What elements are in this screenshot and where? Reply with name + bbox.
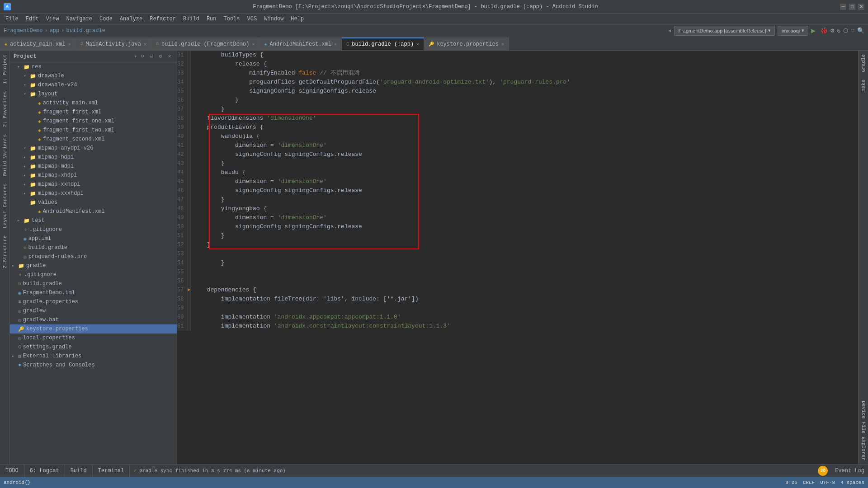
menu-tools[interactable]: Tools [220, 15, 244, 23]
menu-file[interactable]: File [2, 15, 22, 23]
run-config-button[interactable]: FragmentDemo:app [assembleRelease] ▾ [674, 26, 774, 36]
sidebar-item-fragment-second[interactable]: ◈ fragment_second.xml [10, 135, 177, 144]
sidebar-item-proguard[interactable]: ◎ proguard-rules.pro [10, 252, 177, 261]
sidebar-item-settings-gradle[interactable]: G settings.gradle [10, 343, 177, 352]
line-content[interactable]: implementation 'androidx.appcompat:appco… [191, 313, 858, 322]
line-content[interactable]: signingConfig signingConfigs.release [191, 150, 858, 159]
line-content[interactable]: signingConfig signingConfigs.release [191, 186, 858, 195]
todo-tab[interactable]: TODO [0, 465, 24, 477]
search-everywhere-icon[interactable]: 🔍 [857, 27, 864, 34]
line-content[interactable]: } [191, 231, 858, 240]
line-content[interactable]: yingyongbao { [191, 204, 858, 213]
tab-close-icon[interactable]: ✕ [252, 42, 255, 47]
breadcrumb-project[interactable]: FragmentDemo [4, 28, 42, 34]
sidebar-item-gradlew-bat[interactable]: ◎ gradlew.bat [10, 315, 177, 324]
line-content[interactable]: } [191, 240, 858, 249]
line-content[interactable]: wandoujia { [191, 132, 858, 141]
menu-code[interactable]: Code [96, 15, 116, 23]
tab-close-icon[interactable]: ✕ [144, 42, 146, 47]
sidebar-item-gitignore-app[interactable]: ⚬ .gitignore [10, 225, 177, 234]
debug-icon[interactable]: 🐞 [820, 27, 828, 34]
breadcrumb-app[interactable]: app [50, 28, 60, 34]
device-file-explorer-tab[interactable]: Device File Explorer [859, 397, 868, 464]
tab-build-gradle-project[interactable]: G build.gradle (FragmentDemo) ✕ [151, 38, 259, 50]
line-content[interactable] [191, 249, 858, 258]
sidebar-item-app-iml[interactable]: ◉ app.iml [10, 234, 177, 243]
sidebar-item-res[interactable]: ▾ 📁 res [10, 62, 177, 71]
sidebar-item-test[interactable]: ▸ 📁 test [10, 216, 177, 225]
tab-activity-main[interactable]: ◈ activity_main.xml ✕ [0, 38, 75, 50]
sync-icon[interactable]: ↻ [837, 27, 840, 34]
menu-analyze[interactable]: Analyze [116, 15, 146, 23]
user-button[interactable]: imxiaoqi ▾ [778, 26, 808, 36]
line-content[interactable]: } [191, 96, 858, 105]
line-content[interactable]: productFlavors { [191, 123, 858, 132]
menu-vcs[interactable]: VCS [244, 15, 261, 23]
tab-close-icon[interactable]: ✕ [501, 42, 504, 47]
tab-mainactivity[interactable]: J MainActivity.java ✕ [75, 38, 151, 50]
terminal-tab[interactable]: Terminal [93, 465, 130, 477]
breadcrumb-file[interactable]: build.gradle [66, 28, 105, 34]
line-content[interactable]: } [191, 195, 858, 204]
sidebar-item-gradle-properties[interactable]: ≡ gradle.properties [10, 297, 177, 306]
sdk-icon[interactable]: ≡ [851, 27, 854, 34]
tab-keystore[interactable]: 🔑 keystore.properties ✕ [424, 38, 509, 50]
sidebar-item-local-properties[interactable]: ◎ local.properties [10, 333, 177, 343]
line-content[interactable] [191, 267, 858, 277]
line-content[interactable]: } [191, 258, 858, 267]
line-content[interactable]: minifyEnabled false // 不启用混淆 [191, 69, 858, 78]
make-panel-tab[interactable]: make [859, 76, 868, 95]
sidebar-item-build-gradle-app[interactable]: G build.gradle [10, 243, 177, 252]
project-panel-tab[interactable]: 1: Project [1, 51, 9, 88]
sidebar-item-mipmap-xhdpi[interactable]: ▸ 📁 mipmap-xhdpi [10, 171, 177, 180]
sidebar-item-mipmap-mdpi[interactable]: ▸ 📁 mipmap-mdpi [10, 162, 177, 171]
line-content[interactable]: } [191, 159, 858, 168]
menu-help[interactable]: Help [287, 15, 307, 23]
sidebar-item-keystore-properties[interactable]: 🔑 keystore.properties [10, 324, 177, 333]
maximize-button[interactable]: □ [849, 4, 855, 10]
sidebar-item-fragment-first[interactable]: ◈ fragment_first.xml [10, 108, 177, 117]
collapse-arrow-icon[interactable]: ▶ [188, 287, 190, 292]
sidebar-item-gradlew[interactable]: ◎ gradlew [10, 306, 177, 315]
sidebar-item-gradle-folder[interactable]: ▸ 📁 gradle [10, 261, 177, 270]
sidebar-item-mipmap-anydpi[interactable]: ▾ 📁 mipmap-anydpi-v26 [10, 144, 177, 153]
locate-in-tree-button[interactable]: ⊙ [139, 53, 146, 60]
sidebar-item-mipmap-xxhdpi[interactable]: ▸ 📁 mipmap-xxhdpi [10, 180, 177, 189]
minimize-button[interactable]: ─ [840, 4, 846, 10]
sidebar-item-external-libraries[interactable]: ▸ ⊞ External Libraries [10, 352, 177, 361]
line-content[interactable]: flavorDimensions 'dimensionOne' [191, 114, 858, 123]
tab-build-gradle-app[interactable]: G build.gradle (:app) ✕ [342, 38, 424, 50]
menu-build[interactable]: Build [179, 15, 203, 23]
sidebar-item-mipmap-hdpi[interactable]: ▸ 📁 mipmap-hdpi [10, 153, 177, 162]
line-content[interactable]: signingConfig signingConfigs.release [191, 222, 858, 231]
sidebar-item-gitignore-root[interactable]: ⚬ .gitignore [10, 270, 177, 279]
sidebar-item-drawable[interactable]: ▾ 📁 drawable [10, 71, 177, 80]
menu-window[interactable]: Window [260, 15, 287, 23]
favorites-panel-tab[interactable]: 2: Favorites [1, 88, 9, 131]
sidebar-item-scratches[interactable]: ● Scratches and Consoles [10, 361, 177, 370]
event-log-tab[interactable]: Event Log [831, 468, 868, 474]
build-variants-tab[interactable]: Build Variants [1, 131, 9, 179]
z-structure-tab[interactable]: Z-Structure [1, 232, 9, 272]
close-button[interactable]: ✕ [858, 4, 864, 10]
line-content[interactable]: baidu { [191, 168, 858, 177]
sidebar-item-mipmap-xxxhdpi[interactable]: ▸ 📁 mipmap-xxxhdpi [10, 189, 177, 198]
logcat-tab[interactable]: 6: Logcat [24, 465, 65, 477]
build-tab[interactable]: Build [65, 465, 93, 477]
menu-navigate[interactable]: Navigate [62, 15, 96, 23]
line-content[interactable]: signingConfig signingConfigs.release [191, 87, 858, 96]
tab-androidmanifest[interactable]: ◈ AndroidManifest.xml ✕ [259, 38, 342, 50]
line-content[interactable]: proguardFiles getDefaultProguardFile('pr… [191, 78, 858, 87]
sidebar-item-fragment-first-two[interactable]: ◈ fragment_first_two.xml [10, 126, 177, 135]
line-content[interactable]: implementation fileTree(dir: 'libs', inc… [191, 295, 858, 304]
back-button[interactable]: ◂ [668, 27, 671, 34]
layout-captures-tab[interactable]: Layout Captures [1, 180, 9, 232]
tab-close-icon[interactable]: ✕ [416, 42, 419, 47]
menu-edit[interactable]: Edit [22, 15, 42, 23]
sidebar-item-androidmanifest[interactable]: ◈ AndroidManifest.xml [10, 207, 177, 216]
gear-icon[interactable]: ⚙ [157, 53, 164, 60]
menu-view[interactable]: View [42, 15, 63, 23]
sidebar-item-values[interactable]: 📁 values [10, 198, 177, 207]
sidebar-item-fragment-first-one[interactable]: ◈ fragment_first_one.xml [10, 117, 177, 126]
hide-panel-button[interactable]: ✕ [166, 53, 173, 60]
